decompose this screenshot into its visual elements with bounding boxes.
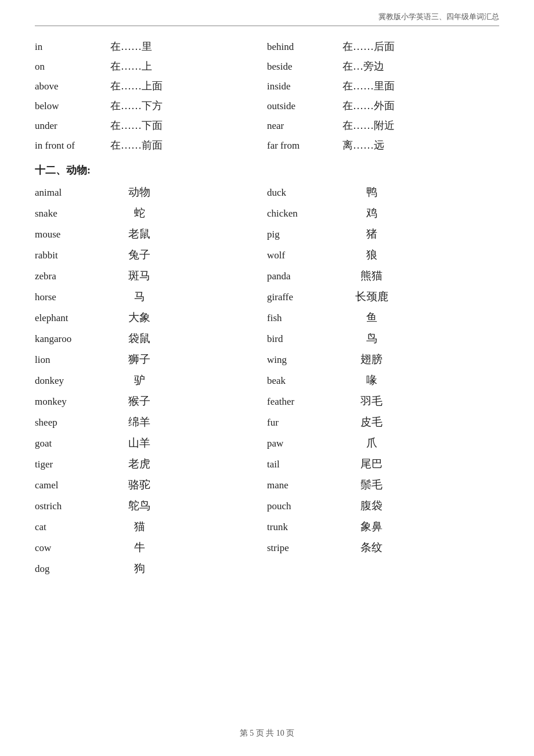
vocab-en: near: [267, 120, 342, 132]
vocab-en: far from: [267, 140, 342, 152]
animal-zh: 老虎: [116, 456, 163, 471]
animal-zh: 长颈鹿: [348, 289, 395, 304]
animal-row: ostrich鸵鸟: [35, 495, 267, 516]
animal-en: goat: [35, 438, 116, 449]
animal-row: duck鸭: [267, 182, 499, 203]
animal-zh: 兔子: [116, 247, 163, 262]
animal-en: ostrich: [35, 501, 116, 512]
animal-en: tiger: [35, 459, 116, 470]
vocab-zh: 在……后面: [342, 39, 395, 53]
animal-row: dog狗: [35, 558, 267, 579]
animal-row: animal动物: [35, 182, 267, 203]
animal-row: horse马: [35, 286, 267, 307]
vocab-row: above在……上面: [35, 76, 267, 96]
vocab-row: under在……下面: [35, 116, 267, 135]
animal-row: kangaroo袋鼠: [35, 328, 267, 349]
animal-zh: 尾巴: [348, 456, 395, 471]
animal-zh: 狗: [116, 561, 163, 576]
animal-en: kangaroo: [35, 333, 116, 345]
vocab-zh: 在……里面: [342, 79, 395, 93]
animal-en: fur: [267, 417, 348, 429]
animal-zh: 斑马: [116, 268, 163, 283]
vocab-en: above: [35, 81, 110, 92]
vocab-zh: 在……下面: [110, 118, 163, 132]
animal-en: bird: [267, 333, 348, 345]
animal-zh: 鸟: [348, 331, 395, 346]
animal-zh: 驴: [116, 373, 163, 388]
vocab-en: outside: [267, 100, 342, 112]
header: 冀教版小学英语三、四年级单词汇总: [35, 12, 499, 26]
vocab-en: under: [35, 120, 110, 132]
animal-en: snake: [35, 208, 116, 219]
animal-row: fur皮毛: [267, 412, 499, 433]
animal-en: panda: [267, 271, 348, 282]
animal-en: pouch: [267, 501, 348, 512]
vocab-zh: 在……里: [110, 39, 152, 53]
animal-zh: 骆驼: [116, 477, 163, 492]
animal-zh: 条纹: [348, 540, 395, 555]
vocab-zh: 在……下方: [110, 99, 163, 113]
prepositions-section: in在……里behind在……后面on在……上beside在…旁边above在……: [35, 37, 499, 155]
vocab-row: beside在…旁边: [267, 56, 499, 76]
animal-en: giraffe: [267, 291, 348, 303]
vocab-row: on在……上: [35, 56, 267, 76]
vocab-zh: 离……远: [342, 138, 384, 152]
animal-zh: 鸡: [348, 206, 395, 221]
vocab-zh: 在……上: [110, 59, 152, 73]
animal-row: mane鬃毛: [267, 474, 499, 495]
animal-zh: 马: [116, 289, 163, 304]
vocab-row: outside在……外面: [267, 96, 499, 116]
footer: 第 5 页 共 10 页: [0, 728, 534, 739]
animal-zh: 猫: [116, 519, 163, 534]
vocab-row: in front of在……前面: [35, 135, 267, 155]
animal-zh: 羽毛: [348, 394, 395, 409]
animal-zh: 鸵鸟: [116, 498, 163, 513]
vocab-row: below在……下方: [35, 96, 267, 116]
header-title: 冀教版小学英语三、四年级单词汇总: [378, 12, 499, 22]
vocab-en: inside: [267, 81, 342, 92]
animal-row: wing翅膀: [267, 349, 499, 370]
animal-row: monkey猴子: [35, 391, 267, 412]
animal-zh: 动物: [116, 185, 163, 200]
animal-zh: 老鼠: [116, 226, 163, 242]
page: 冀教版小学英语三、四年级单词汇总 in在……里behind在……后面on在……上…: [0, 0, 534, 756]
animal-en: horse: [35, 291, 116, 303]
animal-zh: 狮子: [116, 352, 163, 367]
vocab-zh: 在……前面: [110, 138, 163, 152]
vocab-en: beside: [267, 61, 342, 73]
animal-en: pig: [267, 229, 348, 240]
animal-row: cat猫: [35, 516, 267, 537]
vocab-zh: 在……附近: [342, 118, 395, 132]
animal-en: wing: [267, 354, 348, 366]
animal-en: rabbit: [35, 250, 116, 261]
vocab-row: inside在……里面: [267, 76, 499, 96]
animal-row: tiger老虎: [35, 453, 267, 474]
animals-right-col: duck鸭chicken鸡pig猪wolf狼panda熊猫giraffe长颈鹿f…: [267, 182, 499, 579]
vocab-en: behind: [267, 41, 342, 53]
animal-en: donkey: [35, 375, 116, 387]
vocab-en: below: [35, 100, 110, 112]
animal-en: mane: [267, 480, 348, 491]
animal-en: animal: [35, 187, 116, 199]
animal-en: sheep: [35, 417, 116, 429]
animal-en: tail: [267, 459, 348, 470]
animal-row: trunk象鼻: [267, 516, 499, 537]
animal-row: donkey驴: [35, 370, 267, 391]
section-title: 十二、动物:: [35, 163, 499, 177]
animal-row: sheep绵羊: [35, 412, 267, 433]
animal-zh: 熊猫: [348, 268, 395, 283]
animal-row: zebra斑马: [35, 265, 267, 286]
animal-en: chicken: [267, 208, 348, 219]
animal-row: wolf狼: [267, 244, 499, 265]
animal-row: snake蛇: [35, 203, 267, 224]
animal-row: chicken鸡: [267, 203, 499, 224]
animal-row: stripe条纹: [267, 537, 499, 558]
animal-row: goat山羊: [35, 433, 267, 453]
animal-en: elephant: [35, 312, 116, 324]
animal-en: cat: [35, 521, 116, 533]
animal-zh: 蛇: [116, 206, 163, 221]
animals-left-col: animal动物snake蛇mouse老鼠rabbit兔子zebra斑马hors…: [35, 182, 267, 579]
vocab-en: on: [35, 61, 110, 73]
animal-zh: 鬃毛: [348, 477, 395, 492]
vocab-en: in front of: [35, 140, 110, 152]
